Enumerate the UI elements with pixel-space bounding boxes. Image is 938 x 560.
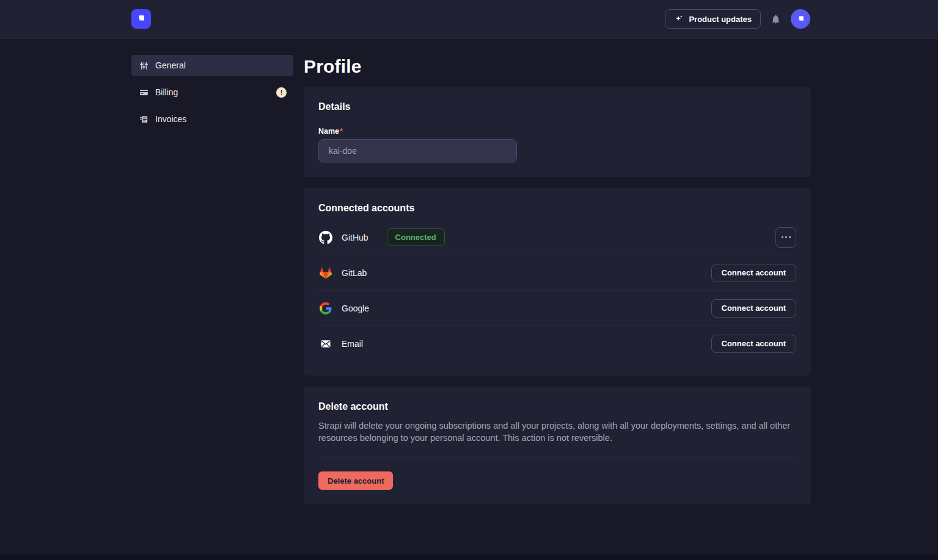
name-input[interactable] <box>318 139 517 162</box>
billing-warning-icon: ! <box>276 87 287 98</box>
connected-status-badge: Connected <box>387 228 445 246</box>
product-updates-label: Product updates <box>689 15 752 24</box>
main-content: Profile Details Name* Connected accounts <box>304 38 811 515</box>
credit-card-icon <box>138 87 149 98</box>
required-asterisk: * <box>340 127 343 136</box>
account-row-github: GitHub Connected <box>318 220 796 255</box>
divider <box>318 457 796 458</box>
user-avatar[interactable] <box>791 9 810 29</box>
settings-sidebar: General Billing ! <box>131 55 293 129</box>
notifications-button[interactable] <box>771 14 781 24</box>
delete-account-card: Delete account Strapi will delete your o… <box>304 387 811 504</box>
sidebar-item-general[interactable]: General <box>131 55 293 76</box>
github-icon <box>318 230 333 245</box>
delete-account-description: Strapi will delete your ongoing subscrip… <box>318 420 796 444</box>
connect-google-button[interactable]: Connect account <box>711 299 796 318</box>
sidebar-item-label: General <box>155 60 186 70</box>
provider-name: GitHub <box>342 233 368 242</box>
connect-gitlab-button[interactable]: Connect account <box>711 264 796 282</box>
connect-email-button[interactable]: Connect account <box>711 335 796 353</box>
account-row-google: Google Connect account <box>318 291 796 325</box>
account-row-gitlab: GitLab Connect account <box>318 255 796 290</box>
details-card: Details Name* <box>304 87 811 177</box>
github-account-menu-button[interactable] <box>775 227 796 248</box>
provider-name: Email <box>342 339 363 349</box>
provider-name: GitLab <box>342 268 367 278</box>
delete-account-heading: Delete account <box>318 401 796 412</box>
sliders-icon <box>138 60 149 71</box>
connected-accounts-card: Connected accounts GitHub Connected <box>304 188 811 376</box>
sidebar-item-billing[interactable]: Billing ! <box>131 82 293 103</box>
details-heading: Details <box>318 101 796 112</box>
avatar-strapi-glyph-icon <box>796 14 806 24</box>
app-root: Product updates <box>0 0 938 515</box>
google-icon <box>318 301 333 316</box>
bell-icon <box>771 14 781 24</box>
product-updates-button[interactable]: Product updates <box>665 9 761 29</box>
topbar-actions: Product updates <box>665 9 810 29</box>
topbar: Product updates <box>0 0 938 38</box>
strapi-logo[interactable] <box>131 9 151 29</box>
bottom-edge-strip <box>0 555 938 560</box>
connected-accounts-heading: Connected accounts <box>318 203 796 214</box>
sidebar-item-invoices[interactable]: Invoices <box>131 109 293 129</box>
gitlab-icon <box>318 266 333 280</box>
strapi-mark-icon <box>135 13 147 25</box>
account-row-email: Email Connect account <box>318 326 796 361</box>
page-title: Profile <box>304 56 811 77</box>
provider-name: Google <box>342 304 369 313</box>
sidebar-item-label: Billing <box>155 87 178 97</box>
sparkles-icon <box>674 14 684 24</box>
email-icon <box>318 336 333 351</box>
invoice-icon <box>138 114 149 125</box>
ellipsis-icon <box>782 236 791 238</box>
delete-account-button[interactable]: Delete account <box>318 471 393 490</box>
name-field-label: Name* <box>318 127 796 136</box>
sidebar-item-label: Invoices <box>155 114 186 124</box>
page-layout: General Billing ! <box>0 38 938 515</box>
accounts-list: GitHub Connected <box>318 220 796 361</box>
